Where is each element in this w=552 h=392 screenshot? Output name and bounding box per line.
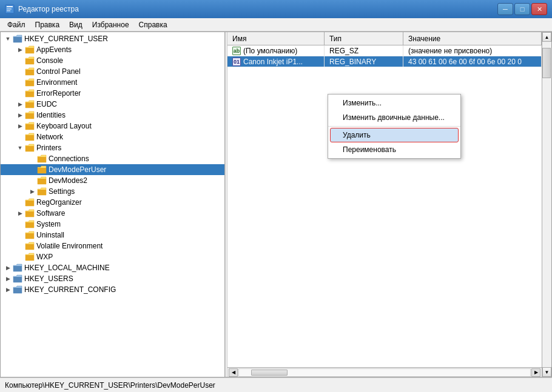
main-content: ▼ HKEY_CURRENT_USER▶ AppEvents Console C… [0, 32, 552, 377]
tree-item-label: Control Panel [36, 67, 81, 76]
cell-value: (значение не присвоено) [403, 45, 542, 56]
scroll-down-button[interactable]: ▼ [542, 367, 551, 377]
folder-icon [25, 100, 35, 108]
tree-expander-empty [15, 78, 25, 87]
cell-type-text: REG_SZ [329, 47, 358, 55]
tree-item-console[interactable]: Console [1, 55, 224, 66]
status-bar: Компьютер\HKEY_CURRENT_USER\Printers\Dev… [0, 377, 552, 392]
table-row[interactable]: 01 Canon Inkjet iP1... REG_BINARY 43 00 … [227, 56, 542, 67]
maximize-button[interactable]: □ [514, 3, 530, 15]
cell-type: REG_SZ [325, 45, 403, 56]
minimize-button[interactable]: ─ [497, 3, 513, 15]
tree-item-hklm[interactable]: ▶ HKEY_LOCAL_MACHINE [1, 262, 224, 273]
tree-item-identities[interactable]: ▶ Identities [1, 110, 224, 121]
svg-rect-3 [7, 10, 10, 12]
tree-item-label: EUDC [36, 100, 57, 108]
menu-file[interactable]: Файл [2, 19, 30, 30]
context-menu-item-изменитьдвоичныеданные...[interactable]: Изменить двоичные данные... [328, 110, 460, 125]
cell-value: 43 00 61 00 6e 00 6f 00 6e 00 20 0 [403, 56, 542, 67]
cell-name: 01 Canon Inkjet iP1... [227, 56, 325, 67]
tree-expander[interactable]: ▶ [3, 285, 13, 294]
tree-expander[interactable]: ▶ [15, 45, 25, 55]
folder-icon [25, 231, 35, 239]
tree-expander[interactable]: ▼ [3, 34, 13, 44]
tree-item-label: DevModes2 [49, 176, 87, 185]
tree-expander[interactable]: ▶ [27, 187, 37, 196]
horizontal-scrollbar[interactable]: ◀ ▶ [227, 367, 542, 377]
tree-item-keyboardlayout[interactable]: ▶ Keyboard Layout [1, 121, 224, 131]
tree-item-label: System [36, 220, 61, 228]
menu-edit[interactable]: Правка [30, 19, 65, 30]
tree-expander-empty [27, 176, 37, 185]
tree-item-hkcu[interactable]: ▼ HKEY_CURRENT_USER [1, 33, 224, 44]
scroll-track[interactable] [238, 368, 531, 377]
folder-icon [25, 111, 35, 119]
tree-expander[interactable]: ▶ [3, 274, 13, 284]
scroll-right-button[interactable]: ▶ [531, 368, 540, 377]
folder-icon [25, 78, 35, 87]
tree-item-label: HKEY_USERS [24, 274, 73, 283]
tree-expander[interactable]: ▶ [15, 121, 25, 131]
folder-icon [13, 274, 22, 283]
folder-icon [25, 198, 35, 207]
menu-help[interactable]: Справка [134, 19, 172, 30]
tree-expander[interactable]: ▶ [15, 208, 25, 218]
tree-expander-empty [27, 165, 37, 174]
type-icon: 01 [232, 58, 241, 66]
close-button[interactable]: ✕ [531, 3, 547, 15]
tree-item-controlpanel[interactable]: Control Panel [1, 66, 224, 77]
tree-item-errorreporter[interactable]: ErrorReporter [1, 88, 224, 99]
tree-expander-empty [15, 88, 25, 98]
scroll-up-button[interactable]: ▲ [542, 32, 551, 42]
tree-item-software[interactable]: ▶ Software [1, 208, 224, 219]
tree-pane: ▼ HKEY_CURRENT_USER▶ AppEvents Console C… [1, 32, 225, 377]
tree-expander-empty [15, 252, 25, 262]
tree-expander-empty [15, 56, 25, 65]
svg-rect-1 [7, 6, 13, 7]
scroll-thumb[interactable] [251, 370, 288, 376]
tree-item-system[interactable]: System [1, 219, 224, 230]
folder-icon [37, 165, 47, 174]
vertical-scrollbar[interactable]: ▲ ▼ [542, 32, 551, 377]
tree-item-network[interactable]: Network [1, 131, 224, 142]
tree-item-connections[interactable]: Connections [1, 153, 224, 164]
tree-item-hkcc[interactable]: ▶ HKEY_CURRENT_CONFIG [1, 284, 224, 295]
tree-item-volatile[interactable]: Volatile Environment [1, 241, 224, 251]
tree-scroll[interactable]: ▼ HKEY_CURRENT_USER▶ AppEvents Console C… [1, 32, 224, 377]
scroll-track-v[interactable] [542, 42, 551, 367]
tree-expander[interactable]: ▶ [3, 263, 13, 273]
context-menu-item-удалить[interactable]: Удалить [330, 128, 459, 142]
context-menu-item-изменить...[interactable]: Изменить... [328, 96, 460, 110]
title-bar: Редактор реестра ─ □ ✕ [0, 0, 552, 18]
folder-icon [13, 264, 22, 272]
tree-item-hku[interactable]: ▶ HKEY_USERS [1, 273, 224, 284]
tree-expander[interactable]: ▼ [15, 143, 25, 153]
table-row[interactable]: ab (По умолчанию) REG_SZ (значение не пр… [227, 45, 542, 56]
tree-item-label: Volatile Environment [36, 242, 103, 250]
col-header-type: Тип [325, 32, 403, 45]
tree-item-uninstall[interactable]: Uninstall [1, 230, 224, 241]
tree-item-printers[interactable]: ▼ Printers [1, 142, 224, 153]
context-menu: Изменить...Изменить двоичные данные...Уд… [328, 94, 461, 159]
tree-item-settings[interactable]: ▶ Settings [1, 186, 224, 197]
context-menu-item-переименовать[interactable]: Переименовать [328, 142, 460, 157]
tree-item-devmodes2[interactable]: DevModes2 [1, 175, 224, 186]
menu-view[interactable]: Вид [64, 19, 87, 30]
tree-item-wxp[interactable]: WXP [1, 251, 224, 262]
tree-expander-empty [15, 230, 25, 240]
tree-item-devmodeperuser[interactable]: DevModePerUser [1, 164, 224, 175]
tree-expander[interactable]: ▶ [15, 99, 25, 109]
cell-value-text: (значение не присвоено) [408, 47, 492, 55]
tree-item-label: Settings [49, 187, 75, 196]
scroll-thumb-v[interactable] [542, 48, 551, 78]
tree-item-eudc[interactable]: ▶ EUDC [1, 99, 224, 110]
menu-favorites[interactable]: Избранное [87, 19, 134, 30]
scroll-left-button[interactable]: ◀ [229, 368, 238, 377]
tree-item-label: AppEvents [36, 45, 72, 54]
tree-item-label: DevModePerUser [49, 165, 106, 174]
tree-expander[interactable]: ▶ [15, 110, 25, 120]
cell-type: REG_BINARY [325, 56, 403, 67]
tree-item-appevents[interactable]: ▶ AppEvents [1, 44, 224, 55]
tree-item-environment[interactable]: Environment [1, 77, 224, 88]
tree-item-regorganizer[interactable]: RegOrganizer [1, 197, 224, 208]
